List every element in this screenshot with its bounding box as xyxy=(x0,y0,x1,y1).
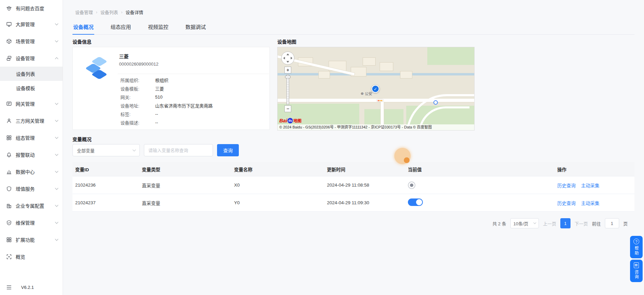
breadcrumb-current: 设备详情 xyxy=(126,9,143,15)
breadcrumb-separator: › xyxy=(96,10,97,15)
tab-configuration-app[interactable]: 组态应用 xyxy=(110,23,132,34)
sidebar-subitem-label: 设备列表 xyxy=(16,70,35,77)
goto-page-input[interactable] xyxy=(605,218,619,228)
active-collect-link[interactable]: 主动采集 xyxy=(581,199,599,206)
breadcrumb-separator: › xyxy=(121,10,122,15)
sidebar: 有问题去百度 大屏管理 场景管理 设备管理 设备列表 设备模板 网关管理 xyxy=(0,0,63,295)
field-value: -- xyxy=(155,120,158,125)
column-header: 变量ID xyxy=(72,166,139,173)
zoom-slider-track[interactable] xyxy=(286,74,289,105)
sidebar-item-enterprise-config[interactable]: 企业专属配置 xyxy=(0,197,63,214)
sidebar-item-extension[interactable]: 扩展功能 xyxy=(0,231,63,248)
sidebar-subitem-label: 设备模板 xyxy=(16,85,35,91)
version-label: V6.2.1 xyxy=(21,285,34,290)
device-location-marker[interactable]: ✓ xyxy=(371,85,379,93)
pagination: 共 2 条 10条/页 上一页 1 下一页 前往 页 xyxy=(492,218,628,229)
sidebar-item-configuration[interactable]: 组态管理 xyxy=(0,129,63,146)
tab-data-debug[interactable]: 数据调试 xyxy=(185,23,207,34)
cell-current-value xyxy=(405,198,555,207)
variables-table: 变量ID 变量类型 变量名称 更新时间 当前值 操作 21024236 直采变量… xyxy=(72,162,634,212)
sidebar-item-label: 维保管理 xyxy=(16,219,35,226)
breadcrumb-item[interactable]: 设备管理 xyxy=(75,9,93,15)
breadcrumb-item[interactable]: 设备列表 xyxy=(100,9,118,15)
active-collect-link[interactable]: 主动采集 xyxy=(581,182,599,189)
cursor-click-indicator xyxy=(394,148,411,164)
sidebar-item-big-screen[interactable]: 大屏管理 xyxy=(0,16,63,33)
map-canal xyxy=(278,73,474,75)
baidu-paw-icon xyxy=(6,5,12,11)
device-info-card: 三菱 0000026089000012 所属组织: 根组织 设备模板: 三菱 网… xyxy=(72,47,270,130)
chevron-down-icon xyxy=(533,221,536,224)
map-building xyxy=(318,71,330,79)
device-field-row: 设备地址: 山东省济南市历下区龙奥南路 xyxy=(120,101,265,110)
divider xyxy=(118,74,269,74)
sidebar-item-gateway[interactable]: 网关管理 xyxy=(0,95,63,112)
cell-variable-type: 直采变量 xyxy=(139,199,231,206)
roundabout-icon xyxy=(433,100,438,105)
table-row: 21024237 直采变量 Y0 2024-04-29 11:09:30 历史查… xyxy=(72,194,634,212)
big-screen-icon xyxy=(6,21,12,27)
history-query-link[interactable]: 历史查询 xyxy=(557,199,576,206)
device-name: 三菱 xyxy=(119,53,129,59)
value-toggle-on[interactable] xyxy=(408,198,423,206)
sidebar-item-third-party-gateway[interactable]: 三方网关管理 xyxy=(0,112,63,129)
field-label: 设备描述: xyxy=(120,119,155,126)
consult-button[interactable]: 咨询 xyxy=(630,260,643,282)
device-image xyxy=(79,53,113,87)
chevron-down-icon xyxy=(55,186,59,190)
sidebar-subitem-device-list[interactable]: 设备列表 xyxy=(0,67,63,81)
sidebar-item-overview[interactable]: 概览 xyxy=(0,248,63,265)
zoom-in-button[interactable]: + xyxy=(284,67,291,73)
column-header: 变量名称 xyxy=(231,166,324,173)
extension-icon xyxy=(6,237,12,243)
chevron-down-icon xyxy=(55,169,59,173)
poi-police: ⊕ 公安 xyxy=(361,91,372,96)
page-size-select[interactable]: 10条/页 xyxy=(510,218,539,228)
sidebar-item-label: 增值服务 xyxy=(16,185,35,192)
current-page-button[interactable]: 1 xyxy=(560,218,571,228)
zoom-out-button[interactable]: − xyxy=(284,105,291,112)
map-attribution: © 2024 Baidu - GS(2023)3206号 - 甲测资字11111… xyxy=(278,124,474,130)
history-query-link[interactable]: 历史查询 xyxy=(557,182,576,189)
next-page-button[interactable]: 下一页 xyxy=(575,220,588,227)
zoom-slider-handle[interactable] xyxy=(285,76,291,78)
table-row: 21024236 直采变量 X0 2024-04-29 11:08:58 历史查… xyxy=(72,176,634,194)
help-button[interactable]: ? 帮助 xyxy=(630,236,643,258)
collapse-sidebar-icon[interactable] xyxy=(6,284,12,290)
sidebar-item-maintenance[interactable]: 维保管理 xyxy=(0,214,63,231)
sidebar-item-data-center[interactable]: 数据中心 xyxy=(0,163,63,180)
map-pan-control[interactable] xyxy=(281,51,295,65)
tab-device-overview[interactable]: 设备概况 xyxy=(72,23,94,34)
tab-video-monitor[interactable]: 视频监控 xyxy=(147,23,169,34)
field-label: 网关: xyxy=(120,94,155,100)
column-header: 当前值 xyxy=(405,166,555,173)
prev-page-button[interactable]: 上一页 xyxy=(543,220,556,227)
sidebar-item-baidu-help[interactable]: 有问题去百度 xyxy=(0,1,63,16)
sidebar-item-scene[interactable]: 场景管理 xyxy=(0,33,63,50)
sidebar-item-alarm[interactable]: 报警联动 xyxy=(0,146,63,163)
sidebar-subitem-device-template[interactable]: 设备模板 xyxy=(0,81,63,95)
page-size-value: 10条/页 xyxy=(513,220,528,227)
main-content: 设备管理 › 设备列表 › 设备详情 设备概况 组态应用 视频监控 数据调试 设… xyxy=(63,0,644,295)
device-field-row: 设备模板: 三菱 xyxy=(120,84,265,93)
variable-type-select[interactable]: 全部变量 xyxy=(72,144,140,156)
field-value: 三菱 xyxy=(155,85,164,92)
sidebar-item-device[interactable]: 设备管理 xyxy=(0,50,63,67)
sidebar-item-label: 设备管理 xyxy=(16,55,35,62)
sidebar-item-label: 场景管理 xyxy=(16,38,35,45)
value-added-icon xyxy=(6,186,12,192)
chevron-down-icon xyxy=(55,118,59,122)
breadcrumb: 设备管理 › 设备列表 › 设备详情 xyxy=(75,9,143,15)
value-toggle-off[interactable] xyxy=(408,181,415,189)
sidebar-item-label: 大屏管理 xyxy=(16,21,35,28)
column-header: 变量类型 xyxy=(139,166,231,173)
query-button[interactable]: 查询 xyxy=(217,144,239,156)
variable-search-input[interactable] xyxy=(144,144,213,156)
cell-variable-name: X0 xyxy=(231,183,324,188)
baidu-logo-text: Bai xyxy=(279,118,287,123)
chevron-up-icon xyxy=(55,57,59,61)
baidu-map[interactable]: ⊕ 公安 ✓ + − Bai du 地图 © 2024 Baidu - GS(2… xyxy=(277,47,475,131)
sidebar-item-value-added[interactable]: 增值服务 xyxy=(0,180,63,197)
column-header: 更新时间 xyxy=(324,166,405,173)
sidebar-item-label: 网关管理 xyxy=(16,100,35,107)
